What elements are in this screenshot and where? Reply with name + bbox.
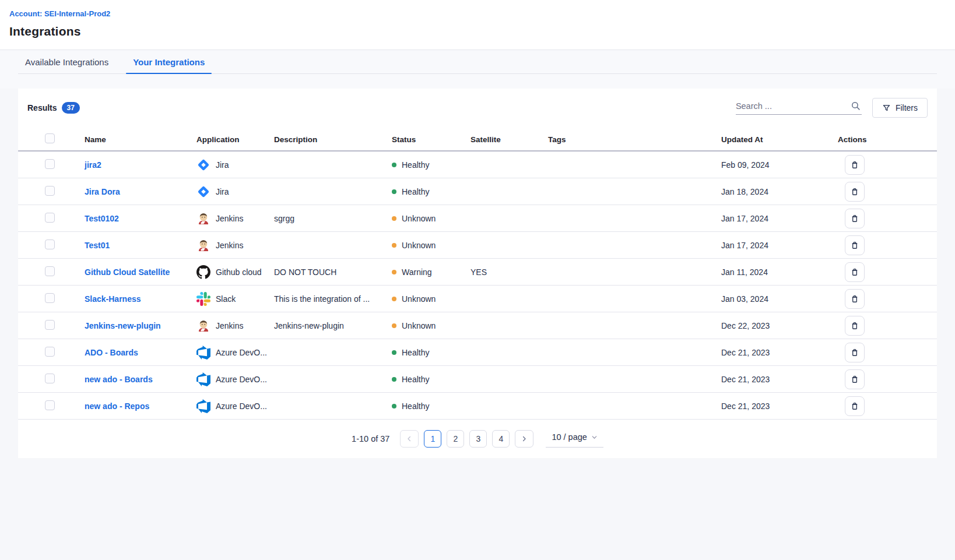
page-buttons: 1234: [424, 430, 510, 448]
integrations-panel: Results 37 Filters Name Application Desc…: [18, 89, 937, 458]
application-label: Jenkins: [216, 241, 243, 250]
delete-button[interactable]: [845, 396, 865, 416]
page-size-select[interactable]: 10 / page: [546, 429, 603, 448]
previous-page-button[interactable]: [400, 430, 419, 448]
table-header-row: Name Application Description Status Sate…: [18, 128, 937, 152]
application-label: Jenkins: [216, 214, 243, 223]
integration-name-link[interactable]: Test01: [85, 241, 110, 250]
page-number-button-1[interactable]: 1: [424, 430, 441, 448]
column-header-updated-at: Updated At: [721, 135, 838, 144]
select-all-checkbox[interactable]: [45, 133, 55, 143]
column-header-application: Application: [196, 135, 274, 144]
row-checkbox[interactable]: [45, 186, 55, 196]
tab-your-integrations[interactable]: Your Integrations: [126, 50, 212, 73]
trash-icon: [849, 213, 860, 224]
delete-button[interactable]: [845, 289, 865, 309]
account-breadcrumb-link[interactable]: Account: SEI-Internal-Prod2: [9, 9, 110, 18]
row-checkbox[interactable]: [45, 159, 55, 169]
updated-at-value: Dec 21, 2023: [721, 375, 838, 384]
application-label: Slack: [216, 294, 236, 304]
row-checkbox[interactable]: [45, 293, 55, 303]
next-page-button[interactable]: [515, 430, 533, 448]
jira-logo-icon: [196, 158, 210, 172]
row-checkbox[interactable]: [45, 400, 55, 410]
search-input[interactable]: [736, 101, 851, 111]
status-label: Healthy: [402, 160, 429, 170]
updated-at-value: Dec 21, 2023: [721, 401, 838, 411]
pagination-range-label: 1-10 of 37: [352, 434, 389, 443]
page-number-button-4[interactable]: 4: [492, 430, 510, 448]
delete-button[interactable]: [845, 262, 865, 282]
status-label: Healthy: [402, 401, 429, 411]
column-header-name: Name: [85, 135, 196, 144]
delete-button[interactable]: [845, 316, 865, 336]
status-dot: [392, 270, 396, 274]
page-number-button-3[interactable]: 3: [469, 430, 487, 448]
azure-devops-logo-icon: [196, 372, 210, 386]
integration-name-link[interactable]: new ado - Boards: [85, 375, 153, 384]
delete-button[interactable]: [845, 155, 865, 175]
row-checkbox[interactable]: [45, 347, 55, 357]
table-row: Jira Dora Jira Healthy Jan 18, 2024: [18, 178, 937, 205]
table-row: Slack-Harness Slack This is the integrat…: [18, 286, 937, 312]
delete-button[interactable]: [845, 369, 865, 389]
delete-button[interactable]: [845, 343, 865, 362]
chevron-right-icon: [521, 435, 528, 442]
application-label: Jira: [216, 160, 229, 170]
integration-name-link[interactable]: Jenkins-new-plugin: [85, 321, 161, 330]
status-dot: [392, 323, 396, 328]
updated-at-value: Jan 17, 2024: [721, 241, 838, 250]
application-label: Azure DevO...: [216, 375, 267, 384]
trash-icon: [849, 267, 860, 277]
table-row: jira2 Jira Healthy Feb 09, 2024: [18, 152, 937, 178]
row-checkbox[interactable]: [45, 240, 55, 249]
application-label: Jira: [216, 187, 229, 196]
integration-name-link[interactable]: Jira Dora: [85, 187, 120, 196]
table-body: jira2 Jira Healthy Feb 09, 2024 Jira Dor…: [18, 152, 937, 420]
row-checkbox[interactable]: [45, 374, 55, 383]
page-title: Integrations: [9, 24, 955, 38]
row-checkbox[interactable]: [45, 266, 55, 276]
status-label: Unknown: [402, 294, 436, 304]
trash-icon: [849, 294, 860, 304]
results-label: Results: [27, 103, 57, 112]
integration-name-link[interactable]: ADO - Boards: [85, 348, 138, 357]
status-dot: [392, 377, 396, 382]
table-row: Test01 Jenkins Unknown Jan 17, 2024: [18, 232, 937, 259]
delete-button[interactable]: [845, 235, 865, 255]
filters-button[interactable]: Filters: [872, 98, 928, 118]
integration-name-link[interactable]: new ado - Repos: [85, 401, 149, 411]
status-dot: [392, 163, 396, 167]
github-logo-icon: [196, 265, 210, 279]
results-count-badge: 37: [62, 102, 80, 114]
table-row: new ado - Boards Azure DevO... Healthy D…: [18, 366, 937, 393]
table-row: Github Cloud Satellite Github cloud DO N…: [18, 259, 937, 286]
integration-name-link[interactable]: Test0102: [85, 214, 119, 223]
delete-button[interactable]: [845, 209, 865, 228]
status-label: Healthy: [402, 375, 429, 384]
chevron-down-icon: [591, 434, 598, 441]
table-row: ADO - Boards Azure DevO... Healthy Dec 2…: [18, 339, 937, 366]
jenkins-logo-icon: [196, 238, 210, 252]
table-row: Test0102 Jenkins sgrgg Unknown Jan 17, 2…: [18, 205, 937, 232]
integration-name-link[interactable]: jira2: [85, 160, 101, 170]
row-checkbox[interactable]: [45, 320, 55, 330]
column-header-description: Description: [274, 135, 392, 144]
delete-button[interactable]: [845, 182, 865, 202]
tab-bar-spacer: [0, 74, 955, 89]
application-label: Azure DevO...: [216, 348, 267, 357]
integration-name-link[interactable]: Slack-Harness: [85, 294, 141, 304]
table-row: Jenkins-new-plugin Jenkins Jenkins-new-p…: [18, 312, 937, 339]
filter-funnel-icon: [882, 104, 891, 112]
jenkins-logo-icon: [196, 319, 210, 333]
description-text: DO NOT TOUCH: [274, 267, 392, 277]
azure-devops-logo-icon: [196, 399, 210, 413]
status-dot: [392, 297, 396, 301]
trash-icon: [849, 401, 860, 411]
search-icon: [851, 101, 861, 111]
row-checkbox[interactable]: [45, 213, 55, 223]
page-number-button-2[interactable]: 2: [447, 430, 464, 448]
tab-available-integrations[interactable]: Available Integrations: [18, 50, 115, 73]
column-header-actions: Actions: [838, 135, 937, 144]
integration-name-link[interactable]: Github Cloud Satellite: [85, 267, 170, 277]
